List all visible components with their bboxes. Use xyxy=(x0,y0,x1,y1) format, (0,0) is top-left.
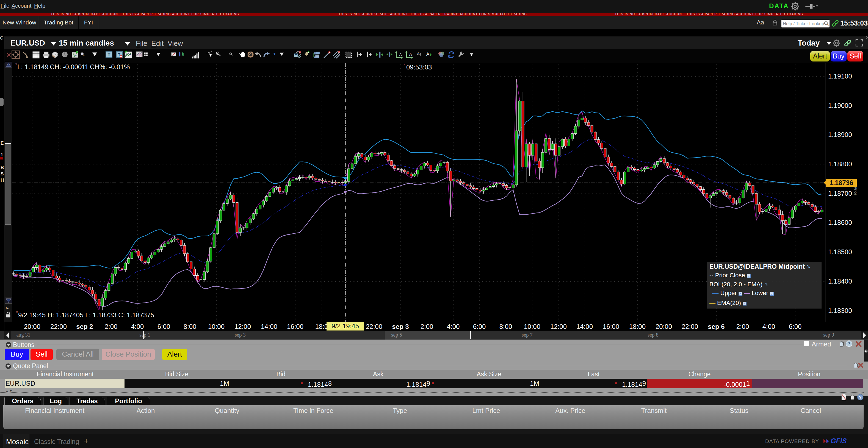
svg-text:?: ? xyxy=(848,341,850,346)
svg-text:A: A xyxy=(399,53,402,57)
svg-text:A: A xyxy=(409,52,412,57)
svg-text:T: T xyxy=(107,52,110,57)
svg-text:T: T xyxy=(295,54,297,57)
svg-text:?: ? xyxy=(859,395,861,400)
svg-text:A: A xyxy=(426,51,429,57)
svg-text:A: A xyxy=(417,51,420,56)
